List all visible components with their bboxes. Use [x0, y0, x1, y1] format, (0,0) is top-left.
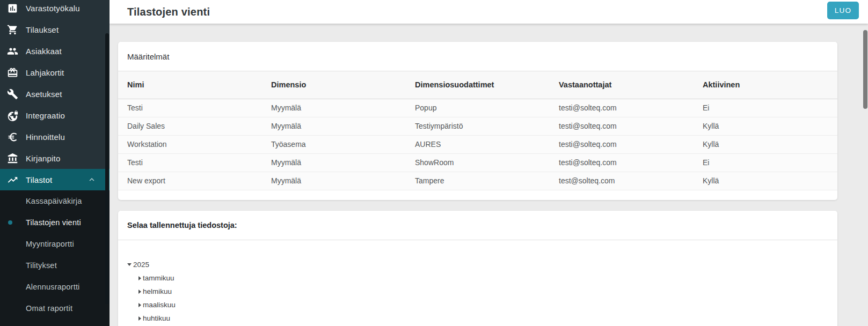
table-cell: Workstation	[118, 135, 262, 153]
create-button[interactable]: LUO	[827, 2, 859, 19]
sidebar-item-label: Hinnoittelu	[26, 132, 65, 142]
people-icon	[7, 46, 18, 57]
table-cell: Myymälä	[262, 117, 406, 135]
table-row[interactable]: WorkstationTyöasemaAUREStesti@solteq.com…	[118, 135, 837, 153]
sidebar-item-label: Lahjakortit	[26, 68, 64, 77]
saved-files-tree: 2025tammikuuhelmikuumaaliskuuhuhtikuu	[118, 240, 837, 325]
table-cell: testi@solteq.com	[550, 117, 694, 135]
table-row[interactable]: New exportMyymäläTamperetest@solteq.comK…	[118, 172, 837, 190]
saved-files-card: Selaa tallennettuja tiedostoja: 2025tamm…	[118, 211, 837, 326]
sidebar-subitem-label: Omat raportit	[26, 304, 72, 313]
caret-down-icon	[127, 263, 132, 266]
table-cell: Työasema	[262, 135, 406, 153]
sidebar-item-tilaukset[interactable]: Tilaukset	[0, 19, 110, 40]
table-cell: Popup	[406, 99, 550, 117]
sidebar-item-kirjanpito[interactable]: Kirjanpito	[0, 147, 110, 169]
sidebar-item-hinnoittelu[interactable]: Hinnoittelu	[0, 126, 110, 147]
main-area: Tilastojen vienti LUO Määritelmät NimiDi…	[110, 0, 868, 326]
sidebar-item-asetukset[interactable]: Asetukset	[0, 83, 110, 105]
sidebar-item-label: Asiakkaat	[26, 47, 62, 56]
sidebar-submenu: KassapäiväkirjaTilastojen vientiMyyntira…	[0, 190, 110, 326]
definitions-card: Määritelmät NimiDimensioDimensiosuodatti…	[118, 42, 837, 200]
table-cell: AURES	[406, 135, 550, 153]
sidebar-subitem-alennusraportti[interactable]: Alennusraportti	[0, 276, 110, 298]
bank-icon	[7, 153, 18, 164]
column-header-aktiivinen: Aktiivinen	[694, 71, 837, 99]
table-row[interactable]: TestiMyymäläShowRoomtesti@solteq.comEi	[118, 153, 837, 172]
sidebar-item-asiakkaat[interactable]: Asiakkaat	[0, 40, 110, 62]
table-cell: Testi	[118, 99, 262, 117]
sidebar-subitem-label: Tilitykset	[26, 261, 57, 270]
definitions-table: NimiDimensioDimensiosuodattimetVastaanot…	[118, 71, 837, 190]
sidebar-item-varastotyokalu[interactable]: Varastotyökalu	[0, 0, 110, 19]
table-cell: Kyllä	[694, 135, 837, 153]
table-cell: Ei	[694, 153, 837, 172]
sidebar-item-label: Varastotyökalu	[26, 4, 80, 13]
table-row[interactable]: TestiMyymäläPopuptesti@solteq.comEi	[118, 99, 837, 117]
sidebar-scrollbar-thumb[interactable]	[105, 33, 109, 304]
sidebar-nav: VarastotyökaluTilauksetAsiakkaatLahjakor…	[0, 0, 110, 190]
column-header-dimensiosuodattimet: Dimensiosuodattimet	[406, 71, 550, 99]
table-cell: Testi	[118, 153, 262, 172]
caret-right-icon	[138, 276, 141, 280]
content: Määritelmät NimiDimensioDimensiosuodatti…	[110, 24, 868, 326]
table-cell: New export	[118, 172, 262, 190]
chevron-up-icon	[87, 175, 97, 184]
sidebar-item-lahjakortit[interactable]: Lahjakortit	[0, 62, 110, 83]
tree-node-label: huhtikuu	[143, 314, 170, 322]
table-cell: test@solteq.com	[550, 172, 694, 190]
table-cell: testi@solteq.com	[550, 153, 694, 172]
sidebar-item-label: Asetukset	[26, 90, 62, 99]
table-cell: Testiympäristö	[406, 117, 550, 135]
sidebar-subitem-tilitykset[interactable]: Tilitykset	[0, 255, 110, 276]
tree-node-month-helmikuu[interactable]: helmikuu	[127, 285, 837, 298]
sidebar-subitem-label: Alennusraportti	[26, 283, 80, 291]
table-cell: Daily Sales	[118, 117, 262, 135]
sidebar-item-label: Kirjanpito	[26, 154, 61, 163]
sidebar-subitem-omat-raportit[interactable]: Omat raportit	[0, 298, 110, 319]
bar-chart-icon	[7, 3, 18, 14]
globe-lock-icon	[7, 110, 18, 121]
table-cell: Myymälä	[262, 99, 406, 117]
sidebar-subitem-tilastojen-vienti[interactable]: Tilastojen vienti	[0, 212, 110, 233]
saved-files-card-title: Selaa tallennettuja tiedostoja:	[118, 211, 837, 240]
table-cell: Ei	[694, 99, 837, 117]
table-cell: testi@solteq.com	[550, 99, 694, 117]
tree-node-label: 2025	[133, 261, 149, 269]
table-cell: Myymälä	[262, 172, 406, 190]
tree-node-month-huhtikuu[interactable]: huhtikuu	[127, 312, 837, 325]
table-cell: Tampere	[406, 172, 550, 190]
wrench-icon	[7, 88, 18, 100]
definitions-card-title: Määritelmät	[118, 42, 837, 71]
table-cell: ShowRoom	[406, 153, 550, 172]
tree-node-label: helmikuu	[143, 287, 172, 295]
table-cell: Kyllä	[694, 172, 837, 190]
column-header-nimi: Nimi	[118, 71, 262, 99]
sidebar-subitem-kassapaivakirja[interactable]: Kassapäiväkirja	[0, 190, 110, 212]
active-item-dot-icon	[8, 220, 12, 225]
caret-right-icon	[138, 303, 141, 307]
tree-node-month-tammikuu[interactable]: tammikuu	[127, 271, 837, 285]
sidebar-subitem-myyntiraportti[interactable]: Myyntiraportti	[0, 233, 110, 255]
sidebar-item-label: Integraatio	[26, 111, 65, 120]
table-row[interactable]: Daily SalesMyymäläTestiympäristötesti@so…	[118, 117, 837, 135]
tree-node-year[interactable]: 2025	[127, 258, 837, 271]
sidebar-item-label: Tilastot	[26, 175, 52, 184]
sidebar-item-integraatio[interactable]: Integraatio	[0, 105, 110, 126]
table-cell: testi@solteq.com	[550, 135, 694, 153]
sidebar-item-tilastot[interactable]: Tilastot	[0, 169, 110, 190]
page-scrollbar-thumb[interactable]	[863, 30, 867, 109]
caret-right-icon	[138, 316, 141, 321]
table-cell: Kyllä	[694, 117, 837, 135]
page-title: Tilastojen vienti	[110, 6, 210, 18]
cart-icon	[7, 24, 18, 35]
trending-up-icon	[7, 174, 18, 186]
tree-node-month-maaliskuu[interactable]: maaliskuu	[127, 298, 837, 312]
sidebar: VarastotyökaluTilauksetAsiakkaatLahjakor…	[0, 0, 110, 326]
sidebar-subitem-label: Kassapäiväkirja	[26, 197, 82, 205]
sidebar-subitem-label: Tilastojen vienti	[26, 218, 81, 227]
caret-right-icon	[138, 290, 141, 294]
table-cell: Myymälä	[262, 153, 406, 172]
sidebar-subitem-label: Myyntiraportti	[26, 240, 74, 248]
sidebar-item-label: Tilaukset	[26, 25, 59, 34]
